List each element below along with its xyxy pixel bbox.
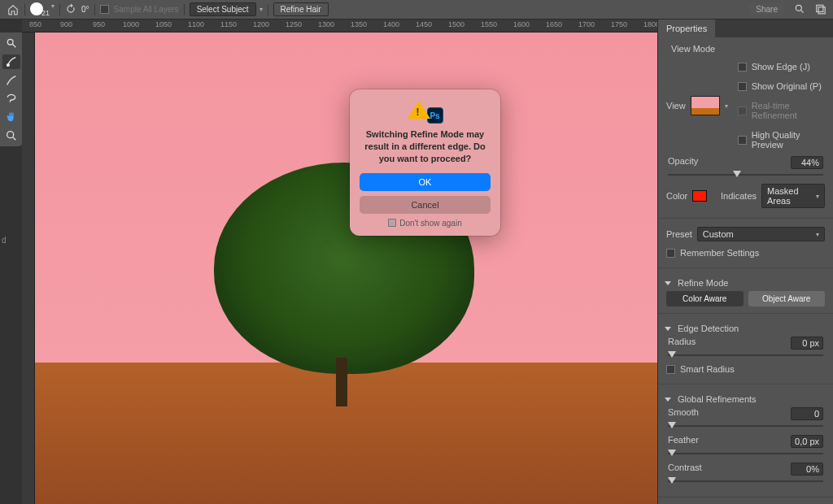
refine-mode-heading: Refine Mode: [678, 278, 728, 288]
smooth-slider[interactable]: [668, 422, 823, 430]
show-original-label: Show Original (P): [752, 81, 822, 91]
quick-select-tool-icon[interactable]: [2, 36, 20, 51]
view-label: View: [666, 101, 686, 111]
hand-tool-icon[interactable]: [2, 110, 20, 125]
radius-label: Radius: [668, 337, 696, 350]
dont-show-label: Don't show again: [399, 219, 461, 228]
remember-label: Remember Settings: [680, 248, 759, 258]
chevron-down-icon[interactable]: [665, 281, 671, 285]
svg-point-3: [7, 40, 13, 46]
svg-point-4: [7, 64, 9, 67]
dont-show-checkbox[interactable]: [388, 219, 396, 227]
refine-edge-brush-icon[interactable]: [2, 54, 20, 70]
radius-slider[interactable]: [668, 351, 823, 359]
smooth-field[interactable]: 0: [791, 407, 823, 420]
svg-rect-2: [818, 7, 825, 13]
opacity-slider[interactable]: [668, 171, 823, 179]
zoom-tool-icon[interactable]: [2, 128, 20, 143]
select-and-mask-tools: [0, 33, 22, 146]
view-mode-heading: View Mode: [671, 44, 825, 54]
share-button[interactable]: Share: [749, 3, 784, 15]
opacity-field[interactable]: 44%: [791, 156, 823, 169]
select-subject-button[interactable]: Select Subject: [190, 2, 256, 16]
preset-dropdown[interactable]: Custom▾: [697, 227, 825, 241]
global-refinements-heading: Global Refinements: [678, 394, 757, 404]
tab-properties[interactable]: Properties: [658, 20, 715, 37]
feather-field[interactable]: 0,0 px: [791, 435, 823, 448]
indicates-dropdown[interactable]: Masked Areas▾: [761, 184, 825, 208]
feather-label: Feather: [668, 435, 699, 448]
ruler-horizontal: 850900950 100010501100 115012001250 1300…: [22, 20, 657, 33]
realtime-checkbox: [738, 106, 747, 115]
edge-detection-heading: Edge Detection: [678, 324, 739, 333]
contrast-field[interactable]: 0%: [791, 463, 823, 476]
image-preview: [35, 33, 657, 504]
contrast-label: Contrast: [668, 463, 702, 476]
brush-preview[interactable]: 21 ▾: [30, 2, 55, 17]
rotate-icon[interactable]: [65, 3, 76, 16]
preset-label: Preset: [666, 229, 692, 239]
canvas[interactable]: [35, 33, 657, 504]
svg-rect-1: [817, 5, 823, 11]
object-aware-button[interactable]: Object Aware: [748, 291, 826, 306]
remember-checkbox[interactable]: [666, 249, 675, 258]
smart-radius-label: Smart Radius: [680, 364, 735, 374]
confirm-dialog: Ps Switching Refine Mode may result in a…: [350, 89, 500, 236]
svg-point-5: [7, 131, 13, 137]
dialog-ok-button[interactable]: OK: [360, 173, 491, 191]
workspace-icon[interactable]: [815, 3, 826, 16]
brush-tool-icon[interactable]: [2, 72, 20, 88]
show-edge-label: Show Edge (J): [752, 62, 810, 72]
color-swatch[interactable]: [692, 190, 707, 202]
search-icon[interactable]: [794, 3, 805, 16]
angle-field[interactable]: 0°: [81, 5, 89, 14]
svg-point-0: [796, 5, 801, 11]
hq-preview-checkbox[interactable]: [738, 136, 747, 145]
sample-all-layers-checkbox[interactable]: [100, 5, 109, 14]
feather-slider[interactable]: [668, 450, 823, 458]
dialog-message: Switching Refine Mode may result in a di…: [361, 128, 489, 165]
contrast-slider[interactable]: [668, 477, 823, 485]
show-edge-checkbox[interactable]: [738, 63, 747, 72]
realtime-label: Real-time Refinement: [752, 101, 825, 120]
opacity-label: Opacity: [668, 156, 698, 169]
chevron-down-icon[interactable]: [665, 327, 671, 331]
indicates-label: Indicates: [721, 191, 757, 201]
view-thumbnail[interactable]: [691, 96, 720, 115]
properties-panel: Properties View Mode View ▾ Show Edge (J…: [657, 20, 833, 504]
warning-icon: [408, 101, 430, 119]
options-bar: 21 ▾ 0° Sample All Layers Select Subject…: [0, 0, 833, 20]
decorative-text: d: [2, 236, 7, 245]
hq-preview-label: High Quality Preview: [752, 130, 825, 150]
dialog-cancel-button[interactable]: Cancel: [360, 196, 491, 214]
color-aware-button[interactable]: Color Aware: [666, 291, 744, 306]
sample-all-layers-label: Sample All Layers: [114, 5, 179, 14]
smooth-label: Smooth: [668, 407, 699, 420]
home-icon[interactable]: [7, 3, 20, 16]
radius-field[interactable]: 0 px: [791, 337, 823, 350]
color-label: Color: [666, 191, 687, 201]
lasso-tool-icon[interactable]: [2, 91, 20, 106]
show-original-checkbox[interactable]: [738, 82, 747, 91]
refine-hair-button[interactable]: Refine Hair: [273, 2, 329, 16]
smart-radius-checkbox[interactable]: [666, 365, 675, 374]
chevron-down-icon[interactable]: [665, 398, 671, 402]
ruler-vertical: [22, 33, 35, 504]
